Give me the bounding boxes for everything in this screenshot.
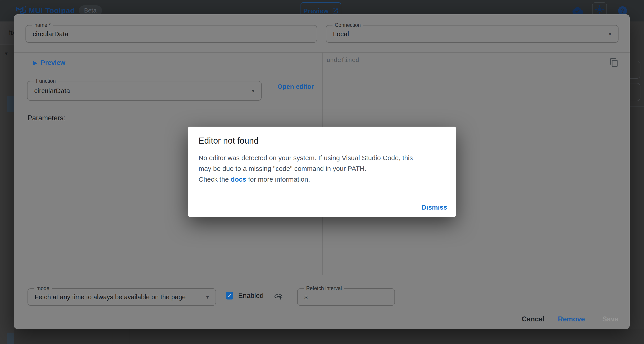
modal-body-line1: No editor was detected on your system. I… bbox=[198, 152, 413, 163]
modal-body-line3: Check the docs for more information. bbox=[198, 174, 413, 185]
mui-logo-icon bbox=[16, 6, 26, 15]
modal-body: No editor was detected on your system. I… bbox=[198, 152, 413, 185]
copy-result-button[interactable] bbox=[609, 57, 620, 68]
connection-select[interactable]: Connection Local ▾ bbox=[326, 25, 618, 43]
header-divider bbox=[14, 52, 630, 52]
mode-select[interactable]: mode Fetch at any time to always be avai… bbox=[28, 288, 216, 306]
name-input[interactable]: name * circularData bbox=[26, 25, 317, 43]
question-mark-icon: ? bbox=[621, 8, 624, 14]
cancel-button[interactable]: Cancel bbox=[522, 315, 544, 323]
app-title: MUI Toolpad bbox=[28, 6, 75, 15]
background-grid-line bbox=[112, 329, 112, 344]
bind-property-button[interactable] bbox=[273, 291, 284, 302]
help-button[interactable]: ? bbox=[618, 6, 627, 15]
preview-accordion-toggle[interactable]: ▶ Preview bbox=[33, 59, 65, 66]
function-select[interactable]: Function circularData ▾ bbox=[27, 81, 262, 101]
add-link-icon bbox=[274, 292, 283, 301]
copy-icon bbox=[609, 58, 619, 67]
check-icon: ✓ bbox=[227, 292, 232, 299]
editor-not-found-modal: Editor not found No editor was detected … bbox=[188, 126, 456, 217]
docs-link[interactable]: docs bbox=[230, 176, 246, 183]
open-in-new-icon bbox=[332, 8, 338, 14]
background-grid-line bbox=[130, 329, 130, 344]
chevron-down-icon: ▾ bbox=[252, 88, 254, 94]
enabled-checkbox-label: Enabled bbox=[238, 292, 264, 300]
preview-app-button-label: Preview bbox=[303, 7, 328, 15]
modal-body-line2: may be due to a missing "code" command i… bbox=[198, 163, 413, 174]
open-editor-button[interactable]: Open editor bbox=[277, 82, 314, 92]
background-tab-strip: fix bbox=[0, 22, 14, 44]
save-button[interactable]: Save bbox=[602, 315, 618, 323]
mode-select-label: mode bbox=[34, 286, 52, 291]
parameters-label: Parameters: bbox=[28, 114, 65, 122]
dialog-actions: Cancel Remove Save bbox=[522, 315, 618, 323]
mode-select-value: Fetch at any time to always be available… bbox=[35, 294, 186, 301]
light-mode-sun-icon bbox=[595, 5, 604, 14]
name-input-value: circularData bbox=[33, 30, 68, 38]
refetch-interval-label: Refetch interval bbox=[304, 286, 344, 291]
background-selected-item bbox=[8, 332, 14, 344]
modal-body-line3-suffix: for more information. bbox=[246, 176, 310, 183]
chevron-down-icon: ▾ bbox=[206, 294, 209, 300]
background-canvas-left: ▾ bbox=[0, 45, 14, 344]
background-caret-icon: ▾ bbox=[5, 50, 8, 56]
name-input-label: name * bbox=[32, 22, 53, 28]
accordion-arrow-icon: ▶ bbox=[33, 60, 37, 66]
chevron-down-icon: ▾ bbox=[609, 31, 611, 37]
connection-select-label: Connection bbox=[332, 22, 363, 28]
background-canvas-bottom bbox=[14, 329, 644, 344]
function-select-label: Function bbox=[34, 78, 58, 84]
background-tab-label: fix bbox=[9, 29, 14, 36]
modal-body-line3-prefix: Check the bbox=[198, 176, 230, 183]
background-selected-item bbox=[8, 96, 14, 112]
refetch-interval-value: s bbox=[304, 293, 308, 301]
enabled-checkbox[interactable]: ✓ bbox=[226, 292, 233, 300]
function-select-value: circularData bbox=[34, 87, 70, 94]
preview-accordion-label: Preview bbox=[41, 59, 65, 66]
refetch-interval-input[interactable]: Refetch interval s bbox=[297, 288, 395, 306]
remove-button[interactable]: Remove bbox=[558, 315, 585, 323]
connection-select-value: Local bbox=[333, 30, 349, 38]
query-result-preview: undefined bbox=[326, 56, 359, 63]
modal-title: Editor not found bbox=[198, 136, 258, 146]
background-divider bbox=[630, 106, 644, 107]
dismiss-button[interactable]: Dismiss bbox=[422, 204, 447, 211]
